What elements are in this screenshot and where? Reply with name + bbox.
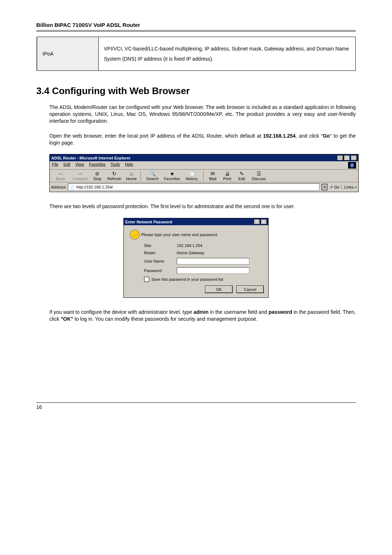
tool-stop[interactable]: ⊘Stop xyxy=(90,171,104,181)
tool-home[interactable]: ⌂Home xyxy=(124,171,138,181)
dialog-title-text: Enter Network Password xyxy=(125,220,172,224)
home-label: Home xyxy=(126,177,136,181)
address-dropdown-icon[interactable]: ▼ xyxy=(322,184,327,190)
tool-refresh[interactable]: ↻Refresh xyxy=(105,171,124,181)
para4-post: to log in. You can modify these password… xyxy=(73,316,257,322)
para2-mid: , and click " xyxy=(295,133,323,139)
go-button[interactable]: ↗ Go xyxy=(330,185,339,190)
discuss-icon: ☰ xyxy=(257,171,261,176)
menu-file[interactable]: File xyxy=(52,162,58,169)
back-label: Back xyxy=(56,177,65,181)
ipoa-desc: VPI/VCI, VC-based/LLC-based multiplexing… xyxy=(99,37,356,71)
tool-discuss[interactable]: ☰Discuss xyxy=(249,171,268,181)
site-label: Site: xyxy=(144,243,177,248)
dialog-titlebar: Enter Network Password ? × xyxy=(124,218,268,225)
cancel-button[interactable]: Cancel xyxy=(236,285,264,293)
para3: There are two levels of password protect… xyxy=(49,203,356,210)
menu-edit[interactable]: Edit xyxy=(64,162,70,169)
auth-dialog: Enter Network Password ? × 🔑 Please type… xyxy=(123,218,269,298)
print-label: Print xyxy=(223,177,232,181)
ok-button[interactable]: OK xyxy=(205,285,233,293)
ie-brand-icon xyxy=(348,162,356,169)
links-label[interactable]: Links » xyxy=(344,185,357,189)
tool-sep-2 xyxy=(203,171,204,181)
ie-toolbar: ⇦Back ⇨Forward ⊘Stop ↻Refresh ⌂Home 🔍Sea… xyxy=(50,170,358,182)
home-icon: ⌂ xyxy=(130,171,133,176)
address-label: Address xyxy=(51,185,66,189)
password-word: password xyxy=(269,309,292,315)
ie-menubar: File Edit View Favorites Tools Help xyxy=(50,161,358,170)
stop-icon: ⊘ xyxy=(95,171,99,176)
search-label: Search xyxy=(146,177,159,181)
forward-icon: ⇨ xyxy=(78,171,82,176)
menu-tools[interactable]: Tools xyxy=(111,162,120,169)
address-value: http://192.168.1.254/ xyxy=(76,185,113,189)
tool-forward[interactable]: ⇨Forward xyxy=(71,171,90,181)
tool-print[interactable]: 🖨Print xyxy=(220,171,234,181)
para4: If you want to configure the device with… xyxy=(49,309,356,323)
dialog-close-icon[interactable]: × xyxy=(261,219,267,224)
links-sep xyxy=(342,185,342,190)
favorites-label: Favorites xyxy=(164,177,180,181)
ipoa-label: IPoA xyxy=(37,37,99,71)
ie-addressbar: Address 📄 http://192.168.1.254/ ▼ ↗ Go L… xyxy=(50,182,358,192)
ie-titlebar: ADSL Router - Microsoft Internet Explore… xyxy=(50,154,358,161)
go-word: Go xyxy=(323,133,330,139)
header-rule xyxy=(36,30,356,32)
default-ip: 192.168.1.254 xyxy=(263,133,296,139)
refresh-icon: ↻ xyxy=(112,171,117,176)
edit-icon: ✎ xyxy=(240,171,244,176)
print-icon: 🖨 xyxy=(225,171,230,176)
favorites-icon: ★ xyxy=(170,171,175,176)
username-input[interactable] xyxy=(177,258,249,264)
forward-label: Forward xyxy=(73,177,87,181)
discuss-label: Discuss xyxy=(252,177,266,181)
stop-label: Stop xyxy=(93,177,102,181)
back-icon: ⇦ xyxy=(58,171,63,176)
save-password-checkbox[interactable] xyxy=(144,277,149,282)
para1: The ADSL Modem/Router can be configured … xyxy=(49,104,356,125)
password-label: Password xyxy=(144,268,177,273)
refresh-label: Refresh xyxy=(107,177,122,181)
history-label: History xyxy=(185,177,198,181)
tool-mail[interactable]: ✉Mail xyxy=(206,171,220,181)
minimize-icon[interactable]: _ xyxy=(337,155,343,161)
tool-search[interactable]: 🔍Search xyxy=(143,171,162,181)
go-icon: ↗ xyxy=(330,185,333,190)
page-number: 16 xyxy=(36,404,356,410)
tool-edit[interactable]: ✎Edit xyxy=(235,171,249,181)
tool-back[interactable]: ⇦Back xyxy=(51,171,70,181)
para2-pre: Open the web browser, enter the local po… xyxy=(49,133,263,139)
admin-word: admin xyxy=(193,309,208,315)
para4-mid1: in the username field and xyxy=(208,309,268,315)
ipoa-table: IPoA VPI/VCI, VC-based/LLC-based multipl… xyxy=(36,37,356,71)
dialog-prompt: Please type your user name and password. xyxy=(141,232,218,237)
menu-view[interactable]: View xyxy=(75,162,84,169)
dialog-help-icon[interactable]: ? xyxy=(254,219,260,224)
para4-pre: If you want to configure the device with… xyxy=(49,309,193,315)
footer-rule xyxy=(36,402,356,403)
menu-favorites[interactable]: Favorites xyxy=(89,162,105,169)
ie-title-text: ADSL Router - Microsoft Internet Explore… xyxy=(51,156,131,160)
close-icon[interactable]: × xyxy=(351,155,357,161)
password-input[interactable] xyxy=(177,267,249,274)
search-icon: 🔍 xyxy=(150,171,156,176)
history-icon: 🕘 xyxy=(189,171,195,176)
doc-header-title: Billion BIPAC 7100SV VoIP ADSL Router xyxy=(36,22,356,30)
tool-sep-1 xyxy=(140,171,141,181)
mail-label: Mail xyxy=(209,177,216,181)
menu-help[interactable]: Help xyxy=(125,162,133,169)
realm-label: Realm xyxy=(144,251,177,255)
username-label: User Name xyxy=(144,259,177,263)
go-label: Go xyxy=(334,185,339,189)
tool-favorites[interactable]: ★Favorites xyxy=(163,171,181,181)
address-input[interactable]: 📄 http://192.168.1.254/ xyxy=(68,183,319,191)
mail-icon: ✉ xyxy=(211,171,215,176)
para2: Open the web browser, enter the local po… xyxy=(49,133,356,146)
maximize-icon[interactable]: ▢ xyxy=(344,155,350,161)
page-icon: 📄 xyxy=(70,185,75,190)
tool-history[interactable]: 🕘History xyxy=(182,171,201,181)
edit-label: Edit xyxy=(238,177,245,181)
save-password-label: Save this password in your password list xyxy=(151,277,223,281)
key-icon: 🔑 xyxy=(130,230,140,240)
